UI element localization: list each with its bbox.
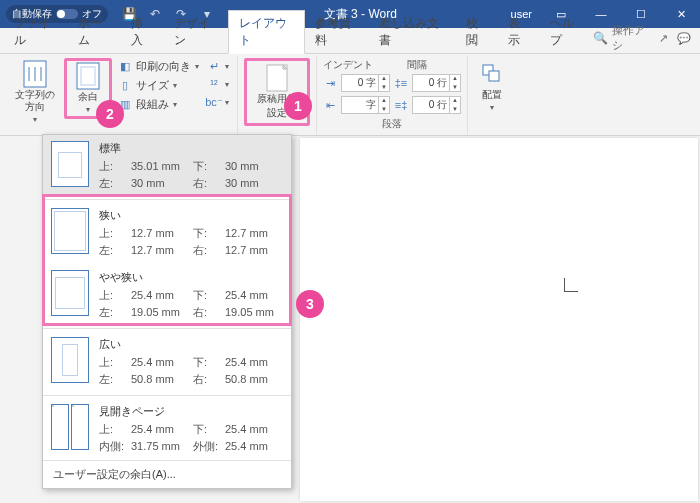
indent-left-icon: ⇥ (323, 76, 337, 90)
page-size-icon: ▯ (118, 79, 132, 93)
space-before-input[interactable]: 0 行▲▼ (412, 74, 461, 92)
tab-help[interactable]: ヘルプ (540, 11, 593, 53)
breaks-icon: ↵ (207, 59, 221, 73)
custom-margins-item[interactable]: ユーザー設定の余白(A)... (43, 460, 291, 488)
tab-review[interactable]: 校閲 (456, 11, 498, 53)
svg-rect-8 (489, 71, 499, 81)
tab-mailings[interactable]: 差し込み文書 (369, 11, 455, 53)
text-cursor (564, 278, 578, 292)
margin-narrow-icon (51, 208, 89, 254)
tell-me-label[interactable]: 操作アシ (612, 23, 651, 53)
margin-option-wide[interactable]: 広い 上:25.4 mm下:25.4 mm 左:50.8 mm右:50.8 mm (43, 331, 291, 393)
arrange-label: 配置 (482, 89, 502, 101)
callout-1: 1 (284, 92, 312, 120)
text-direction-label: 文字列の 方向 (15, 89, 55, 113)
ribbon-tabs: ファイル ホーム 挿入 デザイン レイアウト 参考資料 差し込み文書 校閲 表示… (0, 28, 700, 54)
callout-3: 3 (296, 290, 324, 318)
indent-right-input[interactable]: 字▲▼ (341, 96, 390, 114)
margin-option-mirrored[interactable]: 見開きページ 上:25.4 mm下:25.4 mm 内側:31.75 mm外側:… (43, 398, 291, 460)
callout-2: 2 (96, 100, 124, 128)
hyphenation-button[interactable]: bc⁻▾ (205, 94, 231, 110)
tab-design[interactable]: デザイン (164, 11, 228, 53)
spacing-header: 間隔 (407, 58, 427, 72)
text-direction-button[interactable]: 文字列の 方向 ▾ (10, 58, 60, 127)
margin-option-normal[interactable]: 標準 上:35.01 mm下:30 mm 左:30 mm右:30 mm (43, 135, 291, 197)
margins-label: 余白 (78, 91, 98, 103)
line-numbers-icon: ¹² (207, 77, 221, 91)
margins-icon (75, 63, 101, 89)
comments-icon[interactable]: 💬 (676, 29, 692, 47)
margins-dropdown: 標準 上:35.01 mm下:30 mm 左:30 mm右:30 mm 狭い 上… (42, 134, 292, 489)
chevron-down-icon: ▾ (33, 115, 37, 124)
margin-mirrored-icon (51, 404, 69, 450)
paragraph-group-label: 段落 (323, 116, 461, 133)
margin-normal-icon (51, 141, 89, 187)
margin-mirrored-icon (71, 404, 89, 450)
indent-right-icon: ⇤ (323, 98, 337, 112)
search-icon[interactable]: 🔍 (593, 31, 608, 45)
space-after-icon: ≡‡ (394, 98, 408, 112)
document-canvas[interactable] (300, 138, 698, 501)
tab-references[interactable]: 参考資料 (305, 11, 369, 53)
orientation-button[interactable]: ◧印刷の向き▾ (116, 58, 201, 75)
hyphenation-icon: bc⁻ (207, 95, 221, 109)
margin-moderate-icon (51, 270, 89, 316)
size-button[interactable]: ▯サイズ▾ (116, 77, 201, 94)
margin-option-moderate[interactable]: やや狭い 上:25.4 mm下:25.4 mm 左:19.05 mm右:19.0… (43, 264, 291, 326)
custom-margins-label: ユーザー設定の余白(A)... (53, 467, 176, 482)
genko-icon (264, 65, 290, 91)
tab-view[interactable]: 表示 (498, 11, 540, 53)
columns-button[interactable]: ▥段組み▾ (116, 96, 201, 113)
space-before-icon: ‡≡ (394, 76, 408, 90)
margin-option-narrow[interactable]: 狭い 上:12.7 mm下:12.7 mm 左:12.7 mm右:12.7 mm (43, 202, 291, 264)
chevron-down-icon: ▾ (86, 105, 90, 114)
orientation-icon: ◧ (118, 60, 132, 74)
chevron-down-icon: ▾ (490, 103, 494, 112)
toggle-switch-icon (56, 9, 78, 19)
share-icon[interactable]: ↗ (656, 29, 672, 47)
arrange-icon (479, 61, 505, 87)
arrange-button[interactable]: 配置 ▾ (474, 58, 510, 115)
line-numbers-button[interactable]: ¹²▾ (205, 76, 231, 92)
margin-wide-icon (51, 337, 89, 383)
text-direction-icon (22, 61, 48, 87)
indent-left-input[interactable]: 0 字▲▼ (341, 74, 390, 92)
tab-layout[interactable]: レイアウト (228, 10, 305, 54)
space-after-input[interactable]: 0 行▲▼ (412, 96, 461, 114)
tab-insert[interactable]: 挿入 (121, 11, 163, 53)
indent-header: インデント (323, 58, 373, 72)
breaks-button[interactable]: ↵▾ (205, 58, 231, 74)
